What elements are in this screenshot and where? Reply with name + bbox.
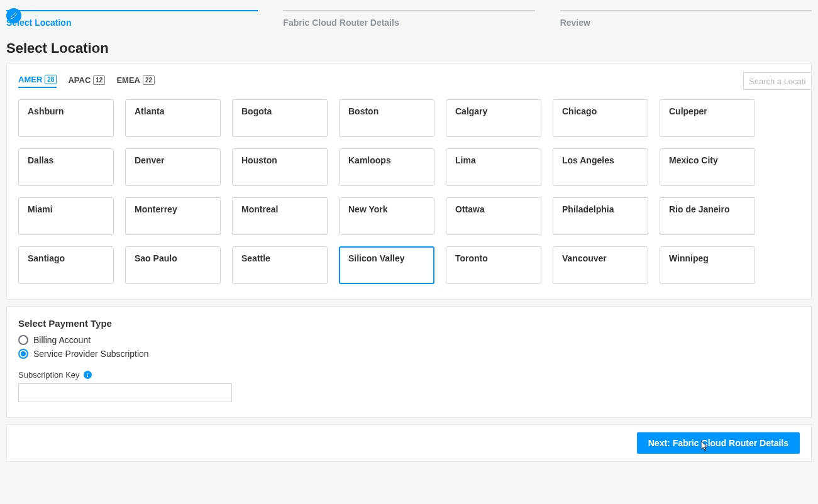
tab-emea[interactable]: EMEA22: [116, 75, 155, 87]
location-card[interactable]: Boston: [339, 99, 434, 137]
page-title: Select Location: [0, 28, 818, 63]
location-card[interactable]: New York: [339, 197, 434, 235]
tab-label: APAC: [68, 75, 91, 85]
location-card[interactable]: Santiago: [18, 246, 114, 284]
location-card[interactable]: Toronto: [446, 246, 541, 284]
location-card[interactable]: Sao Paulo: [125, 246, 221, 284]
location-card[interactable]: Ottawa: [446, 197, 541, 235]
step-router-details[interactable]: Fabric Cloud Router Details: [283, 6, 534, 28]
tab-label: EMEA: [116, 75, 140, 85]
step-label: Select Location: [6, 18, 258, 28]
footer-bar: Next: Fabric Cloud Router Details: [6, 424, 812, 462]
location-card[interactable]: Lima: [446, 148, 541, 186]
location-card[interactable]: Vancouver: [553, 246, 648, 284]
tab-amer[interactable]: AMER28: [18, 75, 57, 88]
edit-icon: [6, 8, 21, 23]
location-card[interactable]: Rio de Janeiro: [660, 197, 755, 235]
search-input[interactable]: [743, 72, 811, 90]
location-card[interactable]: Denver: [125, 148, 221, 186]
location-card[interactable]: Ashburn: [18, 99, 114, 137]
subscription-key-label: Subscription Key i: [18, 370, 800, 380]
location-grid: AshburnAtlantaBogotaBostonCalgaryChicago…: [18, 99, 800, 284]
location-card[interactable]: Calgary: [446, 99, 541, 137]
step-bar: [283, 10, 534, 11]
tab-count-badge: 12: [93, 75, 105, 85]
step-bar: [560, 10, 812, 11]
info-icon[interactable]: i: [84, 371, 92, 379]
location-panel: AMER28APAC12EMEA22 AshburnAtlantaBogotaB…: [6, 63, 812, 300]
location-card[interactable]: Chicago: [553, 99, 648, 137]
location-card[interactable]: Winnipeg: [660, 246, 755, 284]
next-button[interactable]: Next: Fabric Cloud Router Details: [637, 432, 800, 454]
location-card[interactable]: Houston: [232, 148, 328, 186]
tab-label: AMER: [18, 75, 42, 84]
location-card[interactable]: Atlanta: [125, 99, 221, 137]
payment-option[interactable]: Service Provider Subscription: [18, 349, 800, 359]
radio-icon[interactable]: [18, 335, 28, 345]
payment-panel: Select Payment Type Billing AccountServi…: [6, 306, 812, 418]
step-bar: [6, 10, 258, 11]
location-card[interactable]: Culpeper: [660, 99, 755, 137]
cursor-icon: [701, 441, 710, 453]
step-select-location[interactable]: Select Location: [6, 6, 258, 28]
subscription-key-input[interactable]: [18, 383, 232, 402]
tab-apac[interactable]: APAC12: [68, 75, 105, 87]
location-card[interactable]: Silicon Valley: [339, 246, 434, 284]
tab-count-badge: 22: [143, 75, 155, 85]
location-card[interactable]: Bogota: [232, 99, 328, 137]
payment-option[interactable]: Billing Account: [18, 335, 800, 345]
step-label: Fabric Cloud Router Details: [283, 18, 534, 28]
search-location[interactable]: [743, 72, 811, 90]
location-card[interactable]: Los Angeles: [553, 148, 648, 186]
region-tabs: AMER28APAC12EMEA22: [18, 75, 800, 88]
location-card[interactable]: Kamloops: [339, 148, 434, 186]
tab-count-badge: 28: [45, 75, 57, 84]
stepper: Select Location Fabric Cloud Router Deta…: [0, 0, 818, 28]
location-card[interactable]: Montreal: [232, 197, 328, 235]
step-review[interactable]: Review: [560, 6, 812, 28]
payment-heading: Select Payment Type: [18, 318, 800, 329]
location-card[interactable]: Philadelphia: [553, 197, 648, 235]
payment-option-label: Billing Account: [33, 335, 91, 345]
location-card[interactable]: Dallas: [18, 148, 114, 186]
payment-option-label: Service Provider Subscription: [33, 349, 149, 359]
location-card[interactable]: Seattle: [232, 246, 328, 284]
radio-icon[interactable]: [18, 349, 28, 359]
step-label: Review: [560, 18, 812, 28]
location-card[interactable]: Mexico City: [660, 148, 755, 186]
location-card[interactable]: Monterrey: [125, 197, 221, 235]
location-card[interactable]: Miami: [18, 197, 114, 235]
